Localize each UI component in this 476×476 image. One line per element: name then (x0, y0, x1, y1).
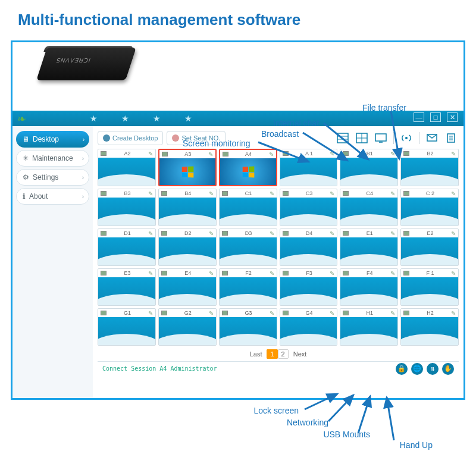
edit-icon[interactable]: ✎ (148, 190, 153, 197)
lock-screen-icon[interactable]: 🔒 (396, 363, 408, 375)
pager-page-1[interactable]: 1 (267, 349, 277, 359)
monitor-status-icon (403, 311, 409, 315)
edit-icon[interactable]: ✎ (330, 270, 334, 277)
tile-label: C 2 (411, 190, 449, 196)
edit-icon[interactable]: ✎ (148, 270, 153, 277)
desktop-tile-F4[interactable]: F4✎ (340, 268, 398, 306)
edit-icon[interactable]: ✎ (209, 270, 214, 277)
edit-icon[interactable]: ✎ (390, 310, 395, 317)
tile-preview (340, 237, 397, 265)
tile-label: G4 (290, 310, 328, 316)
tile-label: F4 (350, 270, 389, 276)
pager-last[interactable]: Last (250, 350, 262, 358)
monitor-status-icon (343, 271, 349, 275)
desktop-tile-C3[interactable]: C3✎ (280, 189, 338, 226)
desktop-tile-E2[interactable]: E2✎ (400, 228, 459, 266)
sidebar: 🖥Desktop›✳Maintenance›⚙Settings›ℹAbout› (12, 126, 93, 398)
desktop-tile-D1[interactable]: D1✎ (98, 228, 156, 266)
monitor-status-icon (101, 191, 107, 196)
networking-icon[interactable]: 🌐 (411, 363, 423, 375)
edit-icon[interactable]: ✎ (270, 310, 274, 317)
edit-icon[interactable]: ✎ (451, 310, 456, 317)
desktop-tile-D3[interactable]: D3✎ (219, 228, 277, 266)
desktop-tile-E1[interactable]: E1✎ (340, 228, 398, 266)
tile-preview (159, 237, 216, 265)
desktop-tile-F1[interactable]: F 1✎ (400, 268, 459, 306)
usb-mounts-icon[interactable]: ⇅ (427, 363, 439, 375)
desktop-tile-C1[interactable]: C1✎ (219, 189, 277, 226)
monitor-status-icon (222, 271, 228, 275)
desktop-tile-G4[interactable]: G4✎ (280, 308, 338, 346)
edit-icon[interactable]: ✎ (390, 270, 395, 277)
tile-label: B4 (169, 190, 207, 196)
monitor-status-icon (403, 191, 409, 196)
edit-icon[interactable]: ✎ (330, 190, 334, 197)
edit-icon[interactable]: ✎ (148, 230, 153, 237)
desktop-tile-D2[interactable]: D2✎ (158, 228, 217, 266)
pager-next[interactable]: Next (293, 350, 307, 358)
monitor-status-icon (222, 191, 228, 196)
desktop-tile-D4[interactable]: D4✎ (280, 228, 338, 266)
chevron-right-icon: › (82, 193, 84, 200)
edit-icon[interactable]: ✎ (330, 230, 334, 237)
desktop-tile-A2[interactable]: A2✎ (98, 149, 156, 186)
edit-icon[interactable]: ✎ (270, 270, 274, 277)
edit-icon[interactable]: ✎ (451, 270, 456, 277)
hand-up-icon[interactable]: ✋ (442, 363, 454, 375)
sidebar-item-settings[interactable]: ⚙Settings› (16, 169, 89, 186)
desktop-tile-B2[interactable]: B2✎ (400, 149, 459, 186)
callout-broadcast: Broadcast (261, 129, 299, 139)
desktop-tile-B4[interactable]: B4✎ (158, 189, 217, 226)
desktop-tile-G2[interactable]: G2✎ (158, 308, 217, 346)
edit-icon[interactable]: ✎ (330, 310, 334, 317)
edit-icon[interactable]: ✎ (390, 190, 395, 197)
desktop-tile-G1[interactable]: G1✎ (98, 308, 156, 346)
desktop-tile-H2[interactable]: H2✎ (400, 308, 459, 346)
edit-icon[interactable]: ✎ (209, 190, 214, 197)
edit-icon[interactable]: ✎ (451, 230, 456, 237)
tile-label: E3 (108, 270, 146, 276)
tile-preview (98, 198, 155, 226)
monitor-status-icon (222, 311, 228, 315)
monitor-status-icon (101, 311, 107, 315)
callouts-top: Screen monitoring Broadcast Internal cha… (23, 83, 476, 154)
tile-preview (401, 198, 458, 226)
sidebar-item-about[interactable]: ℹAbout› (16, 188, 89, 205)
tile-preview (220, 277, 277, 305)
desktop-tile-A3[interactable]: A3✎ (158, 149, 217, 186)
tile-preview (340, 317, 397, 345)
svg-line-21 (387, 397, 394, 440)
edit-icon[interactable]: ✎ (270, 230, 274, 237)
desktop-tile-B3[interactable]: B3✎ (98, 189, 156, 226)
settings-icon: ⚙ (23, 173, 29, 181)
svg-line-20 (358, 396, 370, 433)
desktop-tile-E3[interactable]: E3✎ (98, 268, 156, 306)
tile-preview (220, 317, 277, 345)
desktop-tile-C2[interactable]: C 2✎ (400, 189, 459, 226)
monitor-status-icon (283, 231, 289, 236)
tile-label: E2 (411, 230, 449, 236)
desktop-tile-H1[interactable]: H1✎ (340, 308, 398, 346)
svg-line-19 (328, 395, 353, 421)
desktop-tile-E4[interactable]: E4✎ (158, 268, 217, 306)
tile-label: B3 (108, 190, 146, 196)
tile-preview (220, 237, 277, 265)
edit-icon[interactable]: ✎ (209, 310, 214, 317)
pager-page-2[interactable]: 2 (278, 349, 289, 359)
monitor-status-icon (161, 191, 167, 196)
tile-preview (340, 277, 397, 305)
tile-preview (401, 237, 458, 265)
desktop-tile-G3[interactable]: G3✎ (219, 308, 277, 346)
desktop-tile-F3[interactable]: F3✎ (280, 268, 338, 306)
desktop-tile-F2[interactable]: F2✎ (219, 268, 277, 306)
edit-icon[interactable]: ✎ (148, 310, 153, 317)
tile-preview (401, 277, 458, 305)
status-bar: Connect Session A4 Administrator 🔒 🌐 ⇅ ✋ (98, 361, 459, 375)
edit-icon[interactable]: ✎ (390, 230, 395, 237)
tile-preview (280, 237, 337, 265)
tile-label: G3 (230, 310, 268, 316)
edit-icon[interactable]: ✎ (209, 230, 214, 237)
desktop-tile-C4[interactable]: C4✎ (340, 189, 398, 226)
edit-icon[interactable]: ✎ (270, 190, 274, 197)
edit-icon[interactable]: ✎ (451, 190, 456, 197)
